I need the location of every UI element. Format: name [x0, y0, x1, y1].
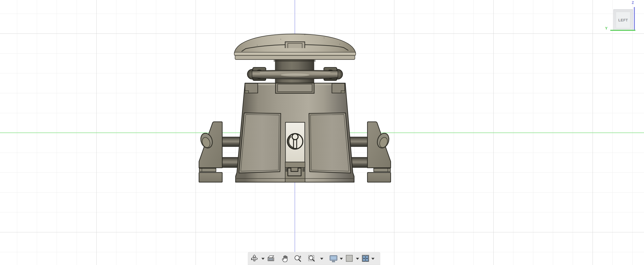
dropdown-caret[interactable]: [371, 257, 375, 260]
look-at-icon[interactable]: [267, 254, 276, 263]
zoom-icon[interactable]: [294, 254, 302, 263]
viewcube-z-label: Z: [632, 1, 634, 5]
body-panel-left: [239, 113, 281, 173]
dropdown-caret[interactable]: [261, 257, 265, 260]
dropdown-caret[interactable]: [320, 257, 324, 260]
zoom-window-icon[interactable]: [307, 254, 316, 263]
viewcube-face[interactable]: LEFT: [616, 12, 630, 28]
viewport-canvas[interactable]: LEFT Z Y: [0, 0, 644, 265]
body-panel-right: [309, 113, 351, 173]
emblem-panel: [285, 122, 305, 162]
viewcube-y-label: Y: [605, 26, 607, 30]
body-corner-notch-left: [245, 83, 258, 93]
grid-and-snaps-icon[interactable]: [345, 254, 354, 263]
leg-left: [199, 122, 222, 182]
dome-latch-tab: [285, 42, 305, 48]
viewcube-z-axis: [634, 7, 635, 31]
leg-right: [367, 122, 391, 182]
viewcube-face-label: LEFT: [618, 18, 628, 22]
body: [236, 83, 354, 182]
droid-model[interactable]: [193, 26, 397, 188]
display-settings-icon[interactable]: [329, 254, 338, 263]
viewports-icon[interactable]: [361, 254, 370, 263]
viewcube[interactable]: LEFT: [613, 9, 633, 31]
dropdown-caret[interactable]: [339, 257, 343, 260]
body-corner-notch-right: [332, 83, 345, 93]
body-bottom-bracket: [285, 162, 305, 182]
orbit-icon[interactable]: [250, 254, 259, 263]
viewcube-y-axis: [610, 30, 635, 31]
body-top-recess: [276, 83, 314, 93]
pan-icon[interactable]: [280, 254, 289, 263]
dropdown-caret[interactable]: [356, 257, 359, 260]
emblem: [288, 134, 303, 149]
dome: [234, 34, 356, 60]
